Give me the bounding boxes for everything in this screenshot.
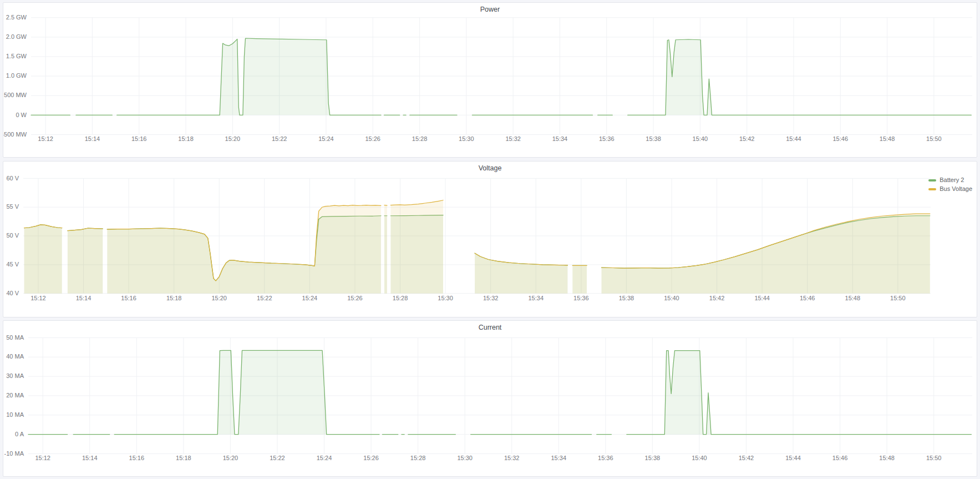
current-chart[interactable]: 15:1215:1415:1615:1815:2015:2215:2415:26… [3,321,977,476]
svg-text:15:40: 15:40 [664,295,679,301]
svg-text:15:46: 15:46 [800,295,815,301]
svg-text:50 MA: 50 MA [6,334,24,340]
svg-text:15:12: 15:12 [35,455,50,461]
legend-item-battery-2[interactable]: Battery 2 [928,177,972,184]
panel-current: Current 15:1215:1415:1615:1815:2015:2215… [3,320,977,477]
svg-text:15:16: 15:16 [129,455,145,461]
svg-text:15:24: 15:24 [318,136,334,142]
svg-text:15:46: 15:46 [833,136,849,142]
svg-text:15:14: 15:14 [76,295,92,301]
svg-text:15:26: 15:26 [365,136,380,142]
svg-text:15:48: 15:48 [879,455,895,461]
svg-text:15:28: 15:28 [412,136,428,142]
svg-text:1.5 GW: 1.5 GW [6,53,27,59]
svg-text:15:44: 15:44 [785,455,801,461]
svg-text:15:28: 15:28 [410,455,426,461]
svg-text:0 A: 0 A [15,431,24,437]
svg-text:15:40: 15:40 [692,455,707,461]
svg-text:15:32: 15:32 [483,295,499,301]
power-chart[interactable]: 15:1215:1415:1615:1815:2015:2215:2415:26… [3,3,977,157]
svg-text:15:26: 15:26 [363,455,379,461]
svg-text:15:30: 15:30 [438,295,453,301]
svg-text:15:38: 15:38 [619,295,634,301]
svg-text:15:18: 15:18 [166,295,182,301]
svg-text:15:16: 15:16 [131,136,147,142]
svg-text:15:24: 15:24 [317,455,332,461]
svg-text:2.0 GW: 2.0 GW [6,33,27,39]
svg-text:15:36: 15:36 [573,295,589,301]
legend: Battery 2 Bus Voltage [928,177,972,193]
legend-item-bus-voltage[interactable]: Bus Voltage [928,185,972,193]
svg-text:15:32: 15:32 [504,455,520,461]
svg-text:15:34: 15:34 [551,455,567,461]
svg-text:15:28: 15:28 [393,295,408,301]
svg-text:15:48: 15:48 [880,136,895,142]
svg-text:0 W: 0 W [16,112,27,118]
svg-text:15:42: 15:42 [739,136,755,142]
battery-2-swatch-icon [928,179,936,181]
svg-text:15:24: 15:24 [302,295,318,301]
panel-power: Power 15:1215:1415:1615:1815:2015:2215:2… [3,2,977,158]
svg-text:15:12: 15:12 [38,136,53,142]
svg-text:15:42: 15:42 [739,455,754,461]
svg-text:15:22: 15:22 [270,455,285,461]
svg-text:15:38: 15:38 [645,455,661,461]
svg-text:-10 MA: -10 MA [4,450,24,456]
svg-text:15:38: 15:38 [646,136,661,142]
svg-text:15:34: 15:34 [552,136,568,142]
svg-text:60 V: 60 V [6,175,19,181]
svg-text:15:48: 15:48 [845,295,861,301]
svg-text:40 MA: 40 MA [6,354,24,360]
svg-text:15:50: 15:50 [926,136,942,142]
panel-voltage: Voltage 15:1215:1415:1615:1815:2015:2215… [3,161,977,317]
svg-text:15:14: 15:14 [82,455,98,461]
svg-text:15:18: 15:18 [178,136,194,142]
svg-text:15:34: 15:34 [529,295,544,301]
svg-text:15:46: 15:46 [832,455,848,461]
svg-text:500 MW: 500 MW [4,92,27,98]
svg-text:15:22: 15:22 [257,295,272,301]
svg-text:15:16: 15:16 [121,295,136,301]
legend-label-bus-voltage: Bus Voltage [940,185,972,193]
svg-text:-500 MW: -500 MW [3,131,27,137]
svg-text:15:20: 15:20 [211,295,227,301]
svg-text:40 V: 40 V [6,290,19,296]
svg-text:15:12: 15:12 [31,295,46,301]
svg-text:15:14: 15:14 [85,136,100,142]
svg-text:2.5 GW: 2.5 GW [6,14,27,20]
svg-text:30 MA: 30 MA [6,373,24,379]
svg-text:15:44: 15:44 [786,136,801,142]
svg-text:15:20: 15:20 [225,136,241,142]
svg-text:50 V: 50 V [6,233,19,239]
bus-voltage-swatch-icon [928,188,936,190]
svg-text:15:50: 15:50 [890,295,906,301]
svg-text:15:36: 15:36 [598,455,613,461]
svg-text:15:50: 15:50 [926,455,942,461]
svg-text:15:30: 15:30 [457,455,473,461]
svg-text:15:44: 15:44 [754,295,770,301]
svg-text:15:36: 15:36 [599,136,615,142]
svg-text:15:42: 15:42 [709,295,725,301]
svg-text:15:40: 15:40 [693,136,708,142]
svg-text:15:30: 15:30 [459,136,474,142]
svg-text:45 V: 45 V [6,261,19,267]
svg-text:20 MA: 20 MA [6,392,24,399]
svg-text:55 V: 55 V [6,204,19,210]
svg-text:10 MA: 10 MA [6,411,24,417]
svg-text:15:20: 15:20 [223,455,238,461]
svg-text:15:26: 15:26 [347,295,363,301]
legend-label-battery-2: Battery 2 [940,177,964,184]
svg-text:1.0 GW: 1.0 GW [6,73,27,79]
svg-text:15:22: 15:22 [272,136,287,142]
svg-text:15:18: 15:18 [176,455,191,461]
svg-text:15:32: 15:32 [505,136,521,142]
voltage-chart[interactable]: 15:1215:1415:1615:1815:2015:2215:2415:26… [3,162,977,317]
